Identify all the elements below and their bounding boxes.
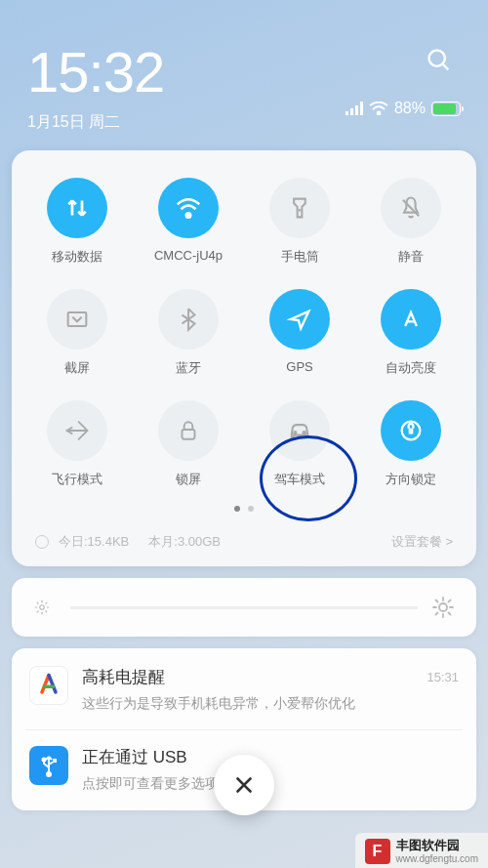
quick-settings-panel: 移动数据 CMCC-jU4p 手电筒 静音 截屏: [12, 150, 476, 566]
tiles-grid: 移动数据 CMCC-jU4p 手电筒 静音 截屏: [21, 178, 467, 488]
watermark-url: www.dgfengtu.com: [396, 853, 479, 864]
clear-all-button[interactable]: [214, 755, 274, 815]
svg-point-7: [186, 213, 191, 218]
svg-rect-4: [355, 105, 358, 115]
notification-time: 15:31: [427, 670, 459, 684]
svg-line-23: [37, 611, 38, 612]
svg-point-0: [429, 51, 445, 66]
bluetooth-icon: [158, 289, 219, 350]
svg-line-30: [436, 600, 438, 602]
tile-lockscreen[interactable]: 锁屏: [133, 400, 244, 488]
svg-line-21: [37, 602, 38, 603]
svg-line-31: [449, 613, 451, 615]
battery-percent: 88%: [394, 100, 426, 117]
page-dots[interactable]: [21, 506, 467, 512]
svg-rect-5: [360, 102, 363, 115]
auto-brightness-icon: [381, 289, 441, 350]
svg-point-13: [304, 432, 305, 434]
car-icon: [269, 400, 330, 461]
svg-rect-3: [350, 108, 353, 115]
flashlight-icon: [269, 178, 330, 238]
location-icon: [269, 289, 330, 350]
svg-point-6: [377, 112, 380, 115]
tile-mute[interactable]: 静音: [355, 178, 467, 266]
clock-date: 1月15日 周二: [27, 112, 164, 133]
svg-point-25: [439, 603, 447, 611]
data-usage-row[interactable]: 今日:15.4KB 本月:3.00GB 设置套餐 >: [21, 523, 467, 557]
clock-time: 15:32: [27, 39, 164, 104]
svg-point-34: [47, 772, 51, 776]
notification-item[interactable]: 高耗电提醒 15:31 这些行为是导致手机耗电异常，小爱帮你优化: [29, 666, 459, 714]
svg-rect-11: [183, 430, 195, 439]
tile-airplane[interactable]: 飞行模式: [21, 400, 133, 488]
brightness-high-icon: [431, 596, 455, 619]
notification-body: 这些行为是导致手机耗电异常，小爱帮你优化: [82, 694, 459, 714]
tile-screenshot[interactable]: 截屏: [21, 289, 133, 377]
tile-bluetooth[interactable]: 蓝牙: [133, 289, 244, 377]
svg-rect-2: [346, 111, 348, 115]
notification-title: 高耗电提醒: [82, 666, 165, 688]
watermark-logo: F: [365, 839, 390, 864]
rotation-lock-icon: [381, 400, 441, 461]
mute-icon: [381, 178, 441, 238]
signal-icon: [346, 102, 363, 115]
svg-point-35: [43, 758, 46, 761]
tile-auto-brightness[interactable]: 自动亮度: [355, 289, 467, 377]
lock-icon: [158, 400, 219, 461]
ai-assistant-icon: [29, 666, 68, 705]
tile-drive-mode[interactable]: 驾车模式: [244, 400, 355, 488]
svg-rect-15: [409, 429, 414, 434]
wifi-icon: [369, 102, 388, 115]
svg-line-32: [436, 613, 438, 615]
wifi-tile-icon: [158, 178, 219, 238]
svg-point-16: [40, 605, 45, 610]
watermark: F 丰图软件园 www.dgfengtu.com: [355, 833, 489, 868]
data-icon: [47, 178, 107, 238]
brightness-slider[interactable]: [12, 578, 476, 637]
watermark-name: 丰图软件园: [396, 839, 479, 852]
search-icon[interactable]: [418, 39, 461, 82]
tile-wifi[interactable]: CMCC-jU4p: [133, 178, 244, 266]
close-icon: [231, 772, 257, 798]
usb-icon: [29, 746, 68, 785]
status-bar: 15:32 1月15日 周二 88%: [0, 0, 488, 133]
svg-line-1: [443, 64, 449, 70]
usage-month: 本月:3.00GB: [148, 533, 221, 551]
svg-rect-10: [68, 312, 87, 326]
tile-gps[interactable]: GPS: [244, 289, 355, 377]
airplane-icon: [47, 400, 107, 461]
svg-line-24: [46, 602, 47, 603]
tile-flashlight[interactable]: 手电筒: [244, 178, 355, 266]
status-icons: 88%: [346, 100, 461, 117]
usage-today: 今日:15.4KB: [59, 533, 129, 551]
screenshot-icon: [47, 289, 107, 350]
tile-rotation-lock[interactable]: 方向锁定: [355, 400, 467, 488]
gear-icon: [35, 535, 49, 549]
svg-line-33: [449, 600, 451, 602]
brightness-low-icon: [33, 599, 51, 616]
svg-line-22: [46, 611, 47, 612]
set-plan-link[interactable]: 设置套餐 >: [391, 533, 453, 551]
time-block: 15:32 1月15日 周二: [27, 39, 164, 133]
notification-title: 正在通过 USB: [82, 746, 187, 768]
svg-point-12: [294, 432, 296, 434]
battery-icon: [431, 102, 461, 116]
tile-mobile-data[interactable]: 移动数据: [21, 178, 133, 266]
